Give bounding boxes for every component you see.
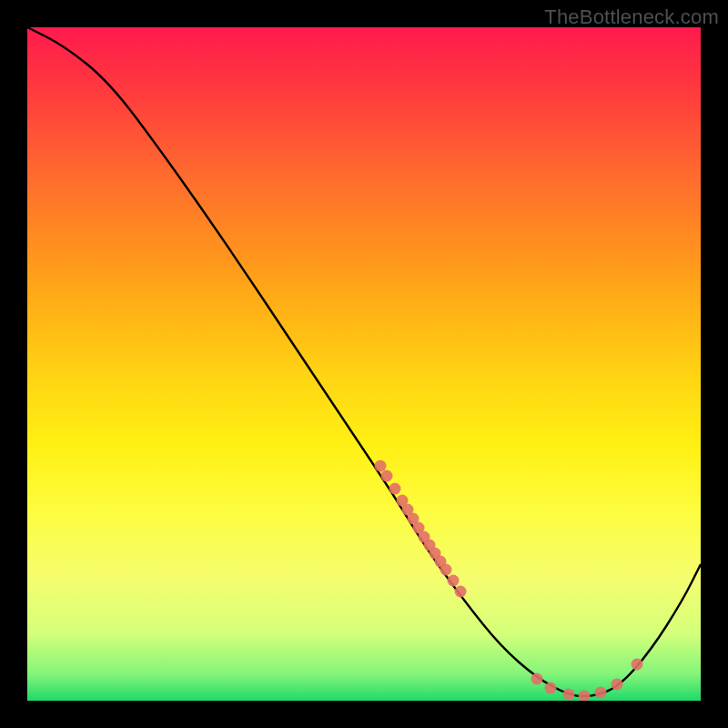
scatter-point bbox=[612, 679, 623, 691]
scatter-point bbox=[632, 659, 643, 671]
scatter-point bbox=[455, 586, 467, 598]
bottleneck-curve bbox=[27, 27, 701, 696]
scatter-point bbox=[381, 470, 393, 482]
curve-line bbox=[27, 27, 701, 696]
scatter-point bbox=[579, 691, 591, 702]
scatter-point bbox=[595, 687, 607, 699]
scatter-point bbox=[448, 575, 460, 587]
scatter-point bbox=[545, 682, 557, 694]
curve-overlay bbox=[27, 27, 701, 701]
plot-area bbox=[27, 27, 701, 701]
chart-container: TheBottleneck.com bbox=[0, 0, 728, 728]
scatter-point bbox=[563, 689, 575, 701]
scatter-point bbox=[375, 460, 387, 472]
scatter-point bbox=[440, 564, 452, 576]
scatter-point bbox=[531, 673, 543, 685]
watermark-text: TheBottleneck.com bbox=[544, 5, 719, 29]
scatter-points bbox=[375, 460, 643, 702]
scatter-point bbox=[389, 483, 401, 495]
